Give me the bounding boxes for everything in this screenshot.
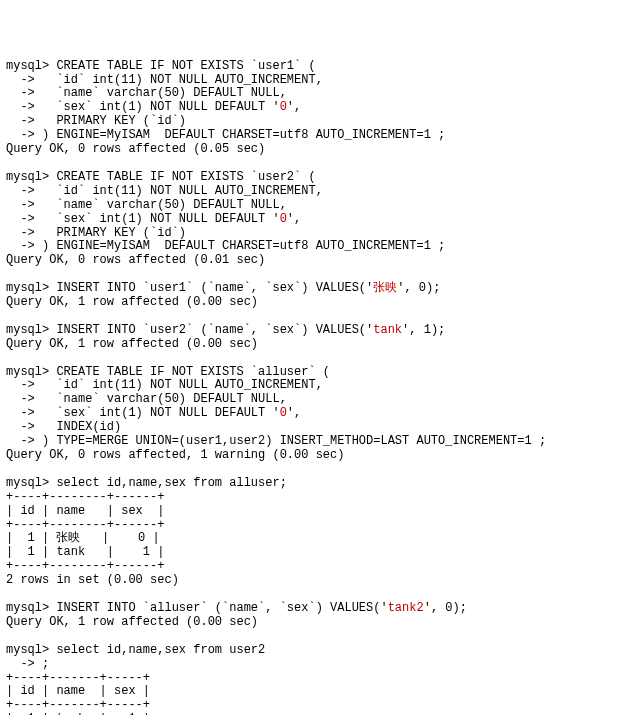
line: mysql> INSERT INTO `user2` (`name`, `sex…	[6, 323, 445, 337]
line: -> ) ENGINE=MyISAM DEFAULT CHARSET=utf8 …	[6, 239, 445, 253]
line: mysql> select id,name,sex from alluser;	[6, 476, 287, 490]
query-result: Query OK, 0 rows affected (0.05 sec)	[6, 142, 265, 156]
table-border: +----+-------+-----+	[6, 698, 150, 712]
line: -> ;	[6, 657, 49, 671]
line: -> `name` varchar(50) DEFAULT NULL,	[6, 198, 287, 212]
line: mysql> CREATE TABLE IF NOT EXISTS `allus…	[6, 365, 330, 379]
table-row: | 1 | tank | 1 |	[6, 545, 164, 559]
line: -> `name` varchar(50) DEFAULT NULL,	[6, 86, 287, 100]
table-border: +----+-------+-----+	[6, 671, 150, 685]
line: -> ) ENGINE=MyISAM DEFAULT CHARSET=utf8 …	[6, 128, 445, 142]
line: -> `name` varchar(50) DEFAULT NULL,	[6, 392, 287, 406]
line: -> `sex` int(1) NOT NULL DEFAULT '0',	[6, 100, 301, 114]
query-result: Query OK, 1 row affected (0.00 sec)	[6, 295, 258, 309]
line: -> PRIMARY KEY (`id`)	[6, 226, 186, 240]
table-border: +----+--------+------+	[6, 559, 164, 573]
line: -> `sex` int(1) NOT NULL DEFAULT '0',	[6, 212, 301, 226]
line: -> `id` int(11) NOT NULL AUTO_INCREMENT,	[6, 378, 323, 392]
table-border: +----+--------+------+	[6, 518, 164, 532]
line: -> `id` int(11) NOT NULL AUTO_INCREMENT,	[6, 184, 323, 198]
terminal-output: mysql> CREATE TABLE IF NOT EXISTS `user1…	[6, 60, 634, 715]
line: -> `sex` int(1) NOT NULL DEFAULT '0',	[6, 406, 301, 420]
line: mysql> select id,name,sex from user2	[6, 643, 265, 657]
line: -> `id` int(11) NOT NULL AUTO_INCREMENT,	[6, 73, 323, 87]
query-result: Query OK, 0 rows affected (0.01 sec)	[6, 253, 265, 267]
query-result: 2 rows in set (0.00 sec)	[6, 573, 179, 587]
line: -> ) TYPE=MERGE UNION=(user1,user2) INSE…	[6, 434, 546, 448]
line: mysql> CREATE TABLE IF NOT EXISTS `user1…	[6, 59, 316, 73]
line: -> PRIMARY KEY (`id`)	[6, 114, 186, 128]
query-result: Query OK, 1 row affected (0.00 sec)	[6, 615, 258, 629]
table-header: | id | name | sex |	[6, 684, 150, 698]
query-result: Query OK, 0 rows affected, 1 warning (0.…	[6, 448, 344, 462]
table-header: | id | name | sex |	[6, 504, 164, 518]
line: -> INDEX(id)	[6, 420, 121, 434]
line: mysql> INSERT INTO `user1` (`name`, `sex…	[6, 281, 440, 295]
line: mysql> CREATE TABLE IF NOT EXISTS `user2…	[6, 170, 316, 184]
line: mysql> INSERT INTO `alluser` (`name`, `s…	[6, 601, 467, 615]
query-result: Query OK, 1 row affected (0.00 sec)	[6, 337, 258, 351]
table-border: +----+--------+------+	[6, 490, 164, 504]
table-row: | 1 | 张映 | 0 |	[6, 531, 160, 545]
